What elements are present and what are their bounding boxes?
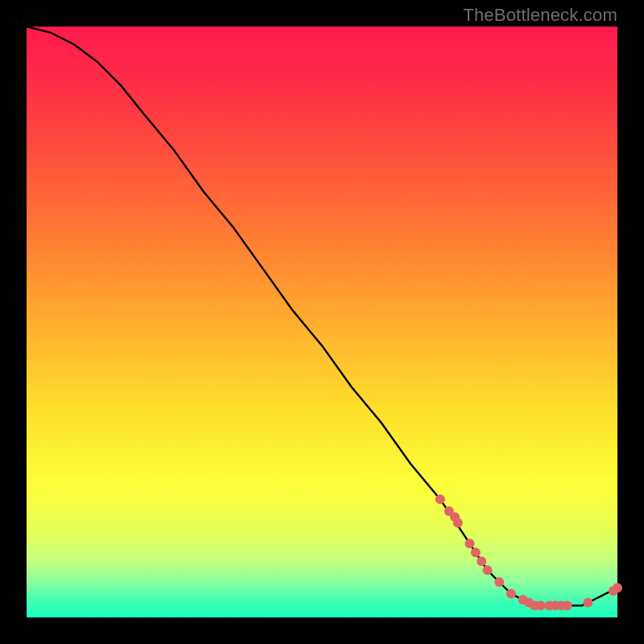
- chart-frame: TheBottleneck.com: [0, 0, 644, 644]
- data-marker: [583, 598, 592, 608]
- data-marker: [483, 565, 493, 575]
- data-marker: [563, 601, 572, 610]
- bottleneck-line: [27, 27, 617, 605]
- data-marker: [436, 494, 445, 504]
- data-marker: [506, 589, 516, 599]
- chart-svg: [27, 27, 617, 617]
- data-marker: [453, 518, 463, 528]
- data-marker: [471, 547, 481, 557]
- data-marker: [477, 556, 486, 566]
- data-marker: [613, 583, 622, 592]
- data-markers: [436, 494, 622, 610]
- data-marker: [465, 539, 475, 548]
- watermark-text: TheBottleneck.com: [463, 5, 617, 26]
- data-marker: [494, 577, 504, 587]
- data-marker: [536, 601, 546, 610]
